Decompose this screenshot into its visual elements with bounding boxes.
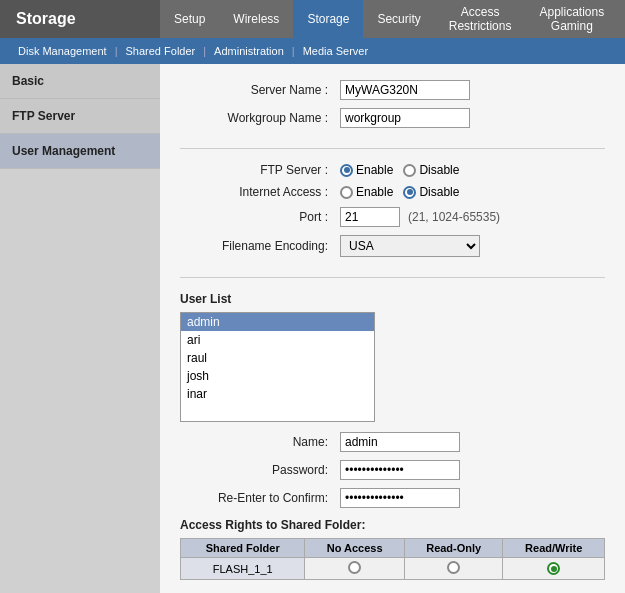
ftp-disable-radio-circle <box>403 164 416 177</box>
password-label: Password: <box>180 463 340 477</box>
nav-tab-access-restrictions[interactable]: AccessRestrictions <box>435 0 526 38</box>
name-row: Name: <box>180 432 605 452</box>
internet-disable-label: Disable <box>419 185 459 199</box>
password-input[interactable] <box>340 460 460 480</box>
internet-enable-radio-circle <box>340 186 353 199</box>
sub-nav-disk-management[interactable]: Disk Management <box>10 45 115 57</box>
col-no-access: No Access <box>305 539 405 558</box>
ftp-enable-radio-circle <box>340 164 353 177</box>
top-nav: Storage Setup Wireless Storage Security … <box>0 0 625 38</box>
internet-disable-radio-circle <box>403 186 416 199</box>
nav-tab-applications[interactable]: ApplicationsGaming <box>525 0 618 38</box>
sidebar-item-ftp-server[interactable]: FTP Server <box>0 99 160 134</box>
sidebar: Basic FTP Server User Management <box>0 64 160 593</box>
basic-section: Server Name : Workgroup Name : <box>180 80 605 128</box>
filename-encoding-select[interactable]: USA UTF-8 ISO-8859 <box>340 235 480 257</box>
user-list-item-ari[interactable]: ari <box>181 331 374 349</box>
nav-tab-security[interactable]: Security <box>363 0 434 38</box>
port-input[interactable] <box>340 207 400 227</box>
read-write-cell[interactable] <box>503 558 605 580</box>
sub-nav-media-server[interactable]: Media Server <box>295 45 376 57</box>
col-read-only: Read-Only <box>404 539 502 558</box>
name-input[interactable] <box>340 432 460 452</box>
read-write-radio[interactable] <box>547 562 560 575</box>
reenter-row: Re-Enter to Confirm: <box>180 488 605 508</box>
app-logo: Storage <box>0 0 160 38</box>
nav-tab-storage[interactable]: Storage <box>293 0 363 38</box>
logo-label: Storage <box>16 10 76 28</box>
user-list-title: User List <box>180 292 605 306</box>
server-name-label: Server Name : <box>180 83 340 97</box>
nav-tabs: Setup Wireless Storage Security AccessRe… <box>160 0 625 38</box>
user-management-section: User List admin ari raul josh inar Name:… <box>180 292 605 580</box>
read-only-radio[interactable] <box>447 561 460 574</box>
user-list-box[interactable]: admin ari raul josh inar <box>180 312 375 422</box>
ftp-disable-radio[interactable]: Disable <box>403 163 459 177</box>
ftp-section: FTP Server : Enable Disable Internet Acc… <box>180 163 605 257</box>
no-access-cell[interactable] <box>305 558 405 580</box>
port-row: Port : (21, 1024-65535) <box>180 207 605 227</box>
access-rights-table: Shared Folder No Access Read-Only Read/W… <box>180 538 605 580</box>
col-read-write: Read/Write <box>503 539 605 558</box>
access-rights-label: Access Rights to Shared Folder: <box>180 518 605 532</box>
ftp-server-row: FTP Server : Enable Disable <box>180 163 605 177</box>
divider-2 <box>180 277 605 278</box>
ftp-enable-label: Enable <box>356 163 393 177</box>
no-access-radio[interactable] <box>348 561 361 574</box>
sub-nav-administration[interactable]: Administration <box>206 45 292 57</box>
filename-encoding-row: Filename Encoding: USA UTF-8 ISO-8859 <box>180 235 605 257</box>
internet-enable-label: Enable <box>356 185 393 199</box>
user-list-item-inar[interactable]: inar <box>181 385 374 403</box>
table-row: FLASH_1_1 <box>181 558 605 580</box>
port-note: (21, 1024-65535) <box>408 210 500 224</box>
reenter-input[interactable] <box>340 488 460 508</box>
password-row: Password: <box>180 460 605 480</box>
sub-nav-shared-folder[interactable]: Shared Folder <box>118 45 204 57</box>
sub-nav: Disk Management | Shared Folder | Admini… <box>0 38 625 64</box>
name-label: Name: <box>180 435 340 449</box>
workgroup-label: Workgroup Name : <box>180 111 340 125</box>
sidebar-item-basic[interactable]: Basic <box>0 64 160 99</box>
ftp-server-label: FTP Server : <box>180 163 340 177</box>
server-name-row: Server Name : <box>180 80 605 100</box>
server-name-input[interactable] <box>340 80 470 100</box>
nav-tab-setup[interactable]: Setup <box>160 0 219 38</box>
ftp-disable-label: Disable <box>419 163 459 177</box>
main-layout: Basic FTP Server User Management Server … <box>0 64 625 593</box>
internet-disable-radio[interactable]: Disable <box>403 185 459 199</box>
sidebar-item-user-management[interactable]: User Management <box>0 134 160 169</box>
nav-tab-wireless[interactable]: Wireless <box>219 0 293 38</box>
workgroup-input[interactable] <box>340 108 470 128</box>
port-label: Port : <box>180 210 340 224</box>
internet-access-row: Internet Access : Enable Disable <box>180 185 605 199</box>
content-area: Server Name : Workgroup Name : FTP Serve… <box>160 64 625 593</box>
user-list-item-josh[interactable]: josh <box>181 367 374 385</box>
internet-enable-radio[interactable]: Enable <box>340 185 393 199</box>
internet-access-label: Internet Access : <box>180 185 340 199</box>
reenter-label: Re-Enter to Confirm: <box>180 491 340 505</box>
workgroup-row: Workgroup Name : <box>180 108 605 128</box>
user-list-item-admin[interactable]: admin <box>181 313 374 331</box>
ftp-enable-radio[interactable]: Enable <box>340 163 393 177</box>
read-only-cell[interactable] <box>404 558 502 580</box>
divider-1 <box>180 148 605 149</box>
user-list-item-raul[interactable]: raul <box>181 349 374 367</box>
folder-name: FLASH_1_1 <box>181 558 305 580</box>
col-shared-folder: Shared Folder <box>181 539 305 558</box>
filename-encoding-label: Filename Encoding: <box>180 239 340 253</box>
